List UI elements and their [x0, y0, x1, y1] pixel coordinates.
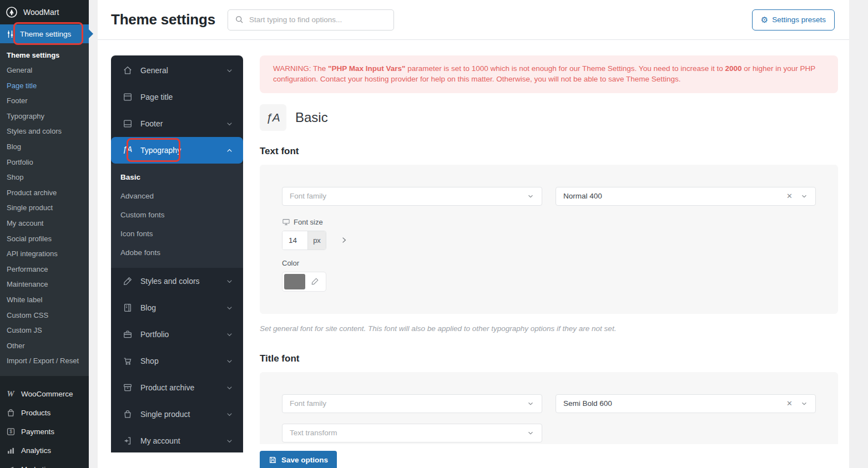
- nav-item-label: My account: [140, 436, 225, 445]
- chevron-down-icon: [225, 330, 234, 339]
- admin-submenu: Theme settings General Page title Footer…: [0, 43, 89, 376]
- title-font-weight-select[interactable]: Semi Bold 600 ✕: [556, 394, 816, 413]
- nav-item-styles-and-colors[interactable]: Styles and colors: [111, 268, 243, 294]
- font-size-input[interactable]: [282, 231, 307, 250]
- color-swatch[interactable]: [284, 274, 305, 289]
- nav-item-page-title[interactable]: Page title: [111, 84, 243, 110]
- nav-item-general[interactable]: General: [111, 57, 243, 84]
- nav-item-label: Shop: [140, 357, 225, 365]
- footer-icon: [123, 119, 133, 129]
- submenu-item-maintenance[interactable]: Maintenance: [7, 277, 89, 292]
- options-search[interactable]: [228, 9, 394, 30]
- settings-presets-button[interactable]: ⚙ Settings presets: [752, 9, 835, 30]
- sidebar-item-analytics[interactable]: Analytics: [0, 441, 89, 460]
- nav-item-blog[interactable]: Blog: [111, 294, 243, 321]
- search-input[interactable]: [249, 16, 387, 24]
- title-font-family-select[interactable]: Font family: [282, 394, 542, 413]
- title-font-card: Font family Semi Bold 600 ✕ Text transfo…: [260, 372, 838, 444]
- sidebar-item-payments[interactable]: $ Payments: [0, 423, 89, 441]
- briefcase-icon: [123, 329, 133, 339]
- nav-item-label: Footer: [140, 119, 225, 128]
- submenu-item-portfolio[interactable]: Portfolio: [7, 155, 89, 170]
- section-heading-title: Basic: [295, 110, 328, 125]
- active-item-label: Theme settings: [20, 30, 71, 38]
- theme-settings-nav: General Page title Footer ƒA Typography: [111, 55, 243, 452]
- subnav-item-advanced[interactable]: Advanced: [111, 187, 243, 206]
- clear-icon[interactable]: ✕: [786, 192, 793, 200]
- clear-icon[interactable]: ✕: [786, 399, 793, 408]
- submenu-item-performance[interactable]: Performance: [7, 262, 89, 277]
- submenu-item-api-integrations[interactable]: API integrations: [7, 246, 89, 262]
- page-title-icon: [123, 92, 133, 102]
- submenu-item-my-account[interactable]: My account: [7, 216, 89, 231]
- text-font-description: Set general font for site content. This …: [260, 324, 838, 333]
- warning-param: "PHP Max Input Vars": [328, 64, 405, 73]
- submenu-item-page-title[interactable]: Page title: [7, 78, 89, 94]
- text-font-weight-select[interactable]: Normal 400 ✕: [556, 187, 816, 206]
- submenu-item-general[interactable]: General: [7, 63, 89, 78]
- submenu-item-blog[interactable]: Blog: [7, 139, 89, 155]
- chevron-down-icon: [225, 120, 234, 128]
- typography-tile-icon: ƒA: [260, 104, 286, 131]
- nav-item-label: Single product: [140, 410, 225, 419]
- sidebar-item-woodmart[interactable]: WoodMart: [0, 0, 89, 24]
- sidebar-item-theme-settings-active[interactable]: Theme settings: [0, 24, 89, 43]
- submenu-item-typography[interactable]: Typography: [7, 109, 89, 124]
- text-transform-select[interactable]: Text transform: [282, 424, 542, 442]
- submenu-item-styles-and-colors[interactable]: Styles and colors: [7, 124, 89, 139]
- gear-icon: ⚙: [761, 16, 768, 24]
- woodmart-logo-icon: [6, 6, 18, 18]
- nav-item-label: Typography: [140, 146, 225, 155]
- woocommerce-icon: W: [5, 389, 16, 399]
- subnav-item-adobe-fonts[interactable]: Adobe fonts: [111, 243, 243, 262]
- chevron-down-icon: [225, 410, 234, 419]
- analytics-bars-icon: [5, 446, 16, 455]
- chevron-down-icon: [527, 192, 534, 200]
- chevron-down-icon: [225, 437, 234, 445]
- chevron-down-icon: [800, 400, 808, 408]
- nav-item-typography[interactable]: ƒA Typography: [111, 137, 243, 164]
- color-picker-button[interactable]: [305, 274, 324, 289]
- admin-sidebar-bottom: W WooCommerce Products $ Payments Analyt…: [0, 376, 89, 468]
- chevron-down-icon: [527, 429, 534, 437]
- nav-item-product-archive[interactable]: Product archive: [111, 374, 243, 401]
- subnav-item-icon-fonts[interactable]: Icon fonts: [111, 225, 243, 243]
- typography-icon: ƒA: [123, 145, 133, 155]
- brush-icon: [311, 277, 319, 286]
- font-size-unit: px: [307, 231, 326, 250]
- sidebar-item-woocommerce[interactable]: W WooCommerce: [0, 385, 89, 404]
- chevron-down-icon: [225, 384, 234, 392]
- subnav-item-custom-fonts[interactable]: Custom fonts: [111, 206, 243, 225]
- php-max-input-vars-warning: WARNING: The "PHP Max Input Vars" parame…: [260, 55, 838, 93]
- submenu-item-custom-js[interactable]: Custom JS: [7, 323, 89, 338]
- nav-item-label: Page title: [140, 93, 234, 101]
- sidebar-item-products[interactable]: Products: [0, 404, 89, 423]
- submenu-title: Theme settings: [7, 48, 89, 63]
- submenu-item-footer[interactable]: Footer: [7, 93, 89, 109]
- submenu-item-shop[interactable]: Shop: [7, 170, 89, 185]
- expand-responsive-sizes-button[interactable]: [339, 235, 350, 246]
- nav-item-single-product[interactable]: Single product: [111, 401, 243, 428]
- nav-item-shop[interactable]: Shop: [111, 348, 243, 374]
- submenu-item-import-export-reset[interactable]: Import / Export / Reset: [7, 353, 89, 369]
- archive-box-icon: [123, 383, 133, 393]
- submenu-item-social-profiles[interactable]: Social profiles: [7, 231, 89, 247]
- submenu-item-single-product[interactable]: Single product: [7, 200, 89, 216]
- search-icon: [235, 15, 244, 24]
- save-options-button[interactable]: Save options: [260, 451, 337, 468]
- subnav-item-basic[interactable]: Basic: [111, 168, 243, 187]
- nav-item-footer[interactable]: Footer: [111, 110, 243, 137]
- text-font-family-select[interactable]: Font family: [282, 187, 542, 206]
- submenu-item-product-archive[interactable]: Product archive: [7, 185, 89, 201]
- nav-item-my-account[interactable]: My account: [111, 428, 243, 452]
- submenu-item-custom-css[interactable]: Custom CSS: [7, 308, 89, 323]
- nav-item-portfolio[interactable]: Portfolio: [111, 321, 243, 348]
- submenu-item-white-label[interactable]: White label: [7, 292, 89, 308]
- chevron-right-icon: [340, 236, 349, 245]
- brush-icon: [123, 276, 133, 286]
- payments-icon: $: [5, 427, 16, 436]
- sidebar-item-label: WooCommerce: [21, 390, 73, 398]
- sidebar-item-marketing[interactable]: Marketing: [0, 460, 89, 468]
- active-item-arrow: [89, 29, 93, 38]
- submenu-item-other[interactable]: Other: [7, 338, 89, 354]
